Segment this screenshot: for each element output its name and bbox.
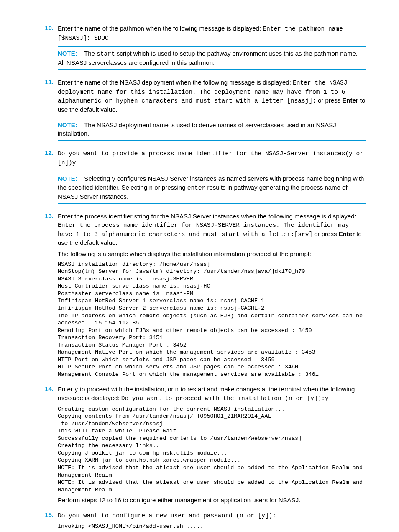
code-block: NSASJ installation directory: /home/usr/… [58, 261, 366, 378]
intro-text: The following is a sample which displays… [58, 250, 366, 258]
code: y [74, 386, 78, 393]
note-part: The [84, 50, 97, 57]
list-item-11: 11. Enter the name of the NSASJ deployme… [33, 78, 366, 145]
code: Do you want to configure a new user and … [58, 512, 276, 519]
note-code: enter [187, 185, 206, 191]
document-page: 10. Enter the name of the pathmon when t… [0, 0, 399, 532]
list-number: 11. [33, 78, 58, 145]
note-box: NOTE: The NSASJ deployment name is used … [58, 118, 366, 141]
text: Enter the process identifier string for … [58, 213, 356, 220]
code: Enter the process name identifier for NS… [58, 222, 349, 238]
note-label: NOTE: [58, 175, 77, 182]
code: n [175, 386, 179, 393]
text: Enter the name of the NSASJ deployment w… [58, 79, 293, 86]
note-label: NOTE: [58, 121, 77, 129]
list-number: 14. [33, 385, 58, 507]
list-item-10: 10. Enter the name of the pathmon when t… [33, 24, 366, 74]
bold: Enter [339, 230, 355, 237]
list-item-12: 12. Do you want to provide a process nam… [33, 149, 366, 208]
list-body: Enter the process identifier string for … [58, 212, 366, 381]
post-text: Perform steps 12 to 16 to configure eith… [58, 496, 366, 504]
note-text: Selecting y configures NSASJ Server inst… [58, 175, 364, 200]
note-box: NOTE: Selecting y configures NSASJ Serve… [58, 172, 366, 204]
note-box: NOTE: The start script which is used to … [58, 46, 366, 70]
text: to proceed with the installation, or [78, 386, 175, 393]
note-text: The NSASJ deployment name is used to der… [58, 121, 336, 137]
note-code: y [112, 176, 115, 182]
code: Do you want to provide a process name id… [58, 150, 363, 166]
list-number: 15. [33, 511, 58, 532]
note-part: The NSASJ deployment name is used to der… [58, 121, 336, 137]
note-code: start [97, 51, 115, 57]
list-body: Enter the name of the pathmon when the f… [58, 24, 366, 74]
list-item-14: 14. Enter y to proceed with the installa… [33, 385, 366, 507]
text: Enter [58, 386, 74, 393]
code: Do you want to proceed with the installa… [121, 395, 329, 402]
list-item-15: 15. Do you want to configure a new user … [33, 511, 366, 532]
list-body: Do you want to configure a new user and … [58, 511, 366, 532]
note-code: n [149, 185, 153, 191]
note-label: NOTE: [58, 50, 77, 57]
list-body: Enter the name of the NSASJ deployment w… [58, 78, 366, 145]
list-number: 12. [33, 149, 58, 208]
text: or press [316, 97, 343, 104]
list-number: 10. [33, 24, 58, 74]
list-body: Do you want to provide a process name id… [58, 149, 366, 208]
note-text: The start script which is used to setup … [58, 50, 358, 66]
text: Enter the name of the pathmon when the f… [58, 25, 263, 32]
list-item-13: 13. Enter the process identifier string … [33, 212, 366, 381]
note-part: Selecting [84, 175, 112, 182]
text: or press [312, 230, 339, 237]
bold: Enter [342, 97, 358, 104]
list-body: Enter y to proceed with the installation… [58, 385, 366, 507]
code-block: Invoking <NSASJ_HOME>/bin/add-user.sh ..… [58, 523, 366, 532]
note-part: or pressing [153, 184, 187, 191]
code-block: Creating custom configuration for the cu… [58, 406, 366, 494]
list-number: 13. [33, 212, 58, 381]
